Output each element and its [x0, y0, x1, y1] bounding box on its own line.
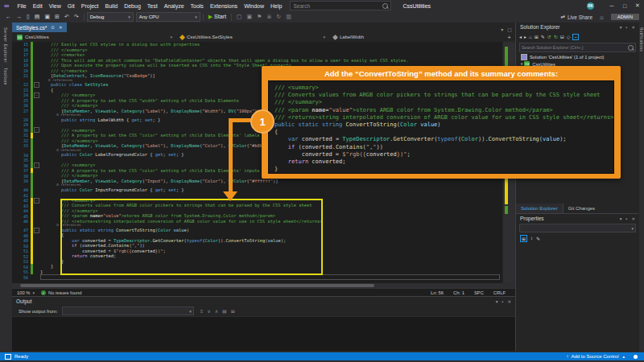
tool-tab-git-changes[interactable]: Git Changes	[563, 204, 600, 213]
properties-toolbar-icon[interactable]: ↕	[530, 236, 533, 241]
output-content[interactable]	[12, 316, 515, 351]
solution-search-input[interactable]: Search Solution Explorer (Ctrl+;)	[519, 43, 636, 52]
toolbar-icon[interactable]: ▣	[44, 13, 50, 21]
toolbar-icon[interactable]: ≣	[266, 13, 271, 21]
solution-explorer-toolbar-icon[interactable]: ⌂	[529, 35, 532, 39]
solution-explorer-toolbar-icon[interactable]: ↻	[554, 34, 558, 39]
feedback-icon[interactable]: ☺	[599, 14, 605, 20]
solution-explorer-toolbar-icon[interactable]: ◂	[519, 34, 522, 39]
menu-item-help[interactable]: Help	[267, 3, 285, 9]
fold-collapse-icon[interactable]: −	[34, 82, 39, 88]
properties-toolbar-icon[interactable]: ⊞	[520, 235, 527, 242]
fold-collapse-icon[interactable]: −	[34, 228, 39, 233]
solution-explorer-toolbar-icon[interactable]: ⊞	[535, 34, 539, 39]
toolbar-icon[interactable]: ▯	[27, 13, 30, 21]
eol-indicator[interactable]: CRLF	[493, 290, 506, 295]
platform-dropdown[interactable]: Any CPU▾	[136, 12, 200, 22]
toolbox-tab[interactable]: Toolbox	[3, 68, 8, 85]
toolbar-icon[interactable]: →	[16, 13, 22, 21]
minimize-button[interactable]: ─	[605, 3, 618, 9]
solution-explorer-toolbar-icon[interactable]: ✎	[541, 34, 545, 39]
menu-item-build[interactable]: Build	[102, 3, 122, 9]
toolbar-icon[interactable]: ▥	[286, 13, 291, 21]
close-icon[interactable]: ✕	[631, 216, 635, 221]
bell-icon[interactable]	[634, 355, 638, 359]
code-line[interactable]: 56	[12, 274, 502, 280]
solution-explorer-toolbar-icon[interactable]: ⊟	[560, 34, 564, 39]
toolbar-icon[interactable]: ⚑	[257, 13, 262, 21]
breadcrumb-member[interactable]: LabelWidth +	[330, 32, 515, 42]
output-header-icon[interactable]: ▾	[496, 299, 498, 304]
fold-collapse-icon[interactable]: −	[34, 198, 39, 204]
notifications-tab[interactable]: Notifications	[639, 27, 643, 51]
output-toolbar-icon[interactable]: ▤	[222, 309, 227, 314]
pin-icon[interactable]: ▪	[625, 25, 627, 30]
solution-explorer-toolbar-icon[interactable]: ▸	[524, 34, 526, 39]
tool-tab-solution-explorer[interactable]: Solution Explorer	[516, 204, 563, 213]
maximize-button[interactable]: □	[618, 3, 631, 9]
menu-item-view[interactable]: View	[46, 3, 64, 9]
output-toolbar-icon[interactable]: ∨	[207, 309, 210, 314]
properties-toolbar-icon[interactable]: ✎	[536, 236, 540, 241]
output-toolbar-icon[interactable]: ∧	[215, 309, 218, 314]
close-icon[interactable]: ✕	[631, 25, 635, 30]
menu-item-test[interactable]: Test	[144, 3, 161, 9]
menu-item-edit[interactable]: Edit	[30, 3, 46, 9]
properties-object-dropdown[interactable]: ▾	[519, 224, 636, 232]
close-button[interactable]: ✕	[631, 2, 644, 9]
menu-item-tools[interactable]: Tools	[188, 3, 207, 9]
toolbar-icon[interactable]: ↶	[64, 13, 69, 21]
pin-icon[interactable]: ▪	[625, 216, 627, 221]
output-toolbar-icon[interactable]: ≡	[200, 309, 204, 314]
menu-item-window[interactable]: Window	[241, 3, 267, 9]
pin-icon[interactable]: ⊙	[51, 25, 55, 30]
tab-list-dropdown-icon[interactable]: ▾	[501, 27, 503, 32]
close-tab-icon[interactable]: ✕	[59, 25, 63, 30]
tree-item[interactable]: Solution 'CssUtilities' (1 of 1 project)	[516, 53, 639, 60]
menu-item-analyze[interactable]: Analyze	[161, 3, 188, 9]
admin-button[interactable]: ADMIN	[611, 14, 639, 20]
server-explorer-tab[interactable]: Server Explorer	[3, 27, 8, 63]
health-status[interactable]: No issues found	[48, 290, 82, 295]
spaces-indicator[interactable]: SPC	[474, 290, 484, 295]
quick-search-input[interactable]: Search	[290, 1, 391, 10]
code-line[interactable]: 40 public Color InputForegroundColor { g…	[12, 187, 502, 193]
dropdown-icon[interactable]: ▾	[620, 25, 622, 30]
zoom-level[interactable]: 100 %	[17, 290, 30, 295]
fold-collapse-icon[interactable]: −	[34, 127, 39, 133]
source-control-expander-icon[interactable]: ▲	[622, 355, 625, 359]
debug-config-dropdown[interactable]: Debug▾	[87, 12, 134, 22]
menu-item-project[interactable]: Project	[78, 3, 102, 9]
start-debug-button[interactable]: ▶ Start	[208, 13, 226, 21]
toolbar-icon[interactable]: ←	[6, 13, 11, 21]
toolbar-icon[interactable]: ↻	[276, 13, 281, 21]
output-source-dropdown[interactable]: ▾	[62, 306, 194, 315]
properties-grid[interactable]	[516, 243, 639, 348]
live-share-button[interactable]: Live Share	[568, 14, 592, 20]
fold-collapse-icon[interactable]: −	[34, 162, 39, 168]
solution-explorer-toolbar-icon[interactable]: ◇	[567, 34, 571, 39]
output-toolbar-icon[interactable]: ⊞	[231, 309, 235, 314]
solution-explorer-toolbar-icon[interactable]: −	[572, 34, 579, 40]
fold-collapse-icon[interactable]: −	[34, 93, 39, 98]
toolbar-icon[interactable]: ↷	[74, 13, 79, 21]
zoom-dropdown-icon[interactable]: ▾	[32, 290, 35, 295]
toolbar-icon[interactable]: ⊞	[55, 13, 60, 21]
breadcrumb-project[interactable]: C# CssUtilities ▾	[12, 32, 177, 42]
split-editor-button[interactable]: +	[507, 34, 511, 41]
add-to-source-control-button[interactable]: Add to Source Control	[571, 354, 618, 359]
float-window-icon[interactable]: ▢	[507, 27, 512, 32]
toolbar-icon[interactable]: ▢	[237, 13, 242, 21]
output-header-icon[interactable]: ▪	[502, 299, 503, 304]
output-header-icon[interactable]: ✕	[507, 299, 511, 304]
menu-item-debug[interactable]: Debug	[121, 3, 144, 9]
toolbar-icon[interactable]: ▤	[35, 13, 40, 21]
dropdown-icon[interactable]: ▾	[620, 216, 622, 221]
toolbar-icon[interactable]: ▣	[246, 13, 252, 21]
tab-setstyles[interactable]: SetStyles.cs* ⊙ ✕	[12, 23, 67, 32]
menu-item-file[interactable]: File	[14, 3, 29, 9]
avatar[interactable]: RK	[587, 2, 594, 10]
breadcrumb-type[interactable]: CssUtilities.SetStyles ▾	[177, 32, 330, 42]
menu-item-extensions[interactable]: Extensions	[207, 3, 241, 9]
menu-item-git[interactable]: Git	[64, 3, 78, 9]
